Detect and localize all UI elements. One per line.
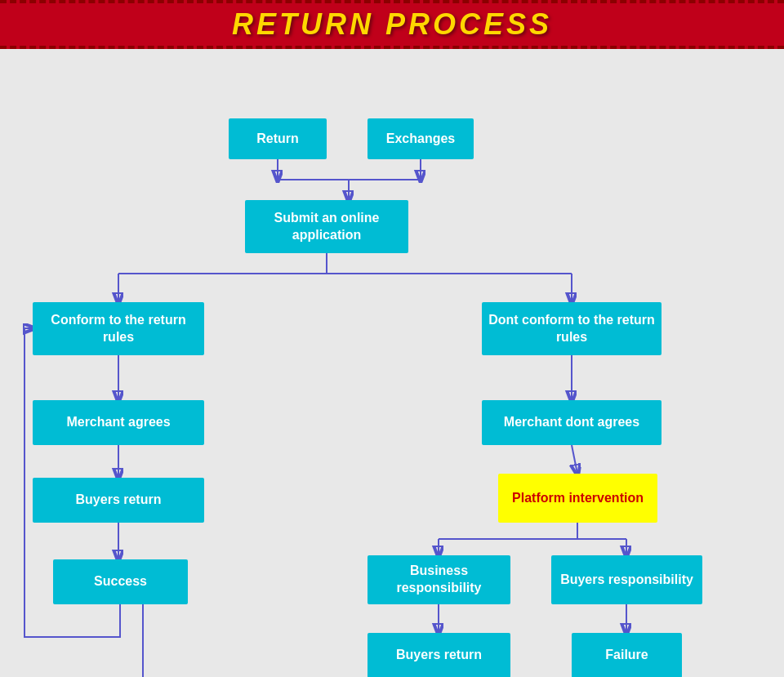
return-box: Return <box>229 118 327 159</box>
header: RETURN PROCESS <box>0 0 784 49</box>
platform-intervention-box: Platform intervention <box>498 474 657 523</box>
page: RETURN PROCESS <box>0 0 784 677</box>
business-responsibility-box: Business responsibility <box>368 555 510 604</box>
buyers-return-right-box: Buyers return <box>368 633 510 677</box>
merchant-agrees-box: Merchant agrees <box>33 400 204 445</box>
buyers-responsibility-box: Buyers responsibility <box>551 555 702 604</box>
failure-box: Failure <box>572 633 682 677</box>
svg-line-12 <box>572 445 577 474</box>
conform-box: Conform to the return rules <box>33 302 204 355</box>
exchanges-box: Exchanges <box>368 118 474 159</box>
merchant-dont-agrees-box: Merchant dont agrees <box>482 400 662 445</box>
buyers-return-left-box: Buyers return <box>33 478 204 523</box>
not-conform-box: Dont conform to the return rules <box>482 302 662 355</box>
diagram-area: Return Exchanges Submit an online applic… <box>0 49 784 677</box>
success-box: Success <box>53 559 188 604</box>
page-title: RETURN PROCESS <box>232 7 552 42</box>
submit-box: Submit an online application <box>245 200 408 253</box>
